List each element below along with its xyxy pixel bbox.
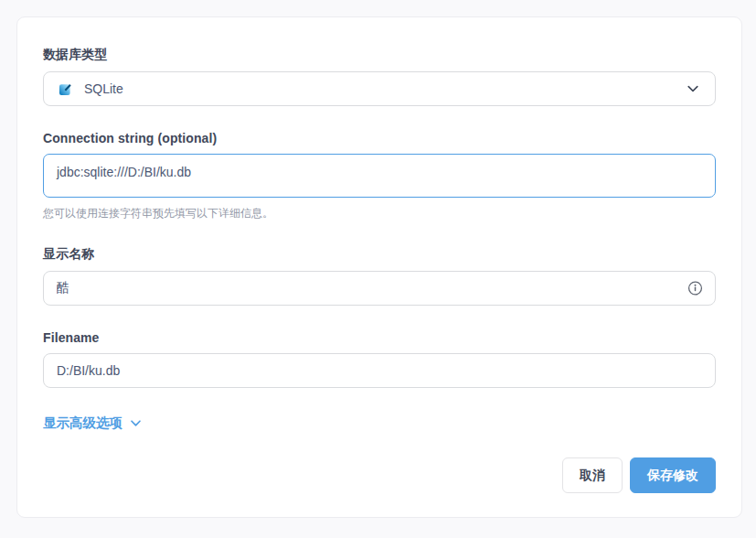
connection-string-input[interactable]: jdbc:sqlite:///D:/BI/ku.db <box>43 154 716 198</box>
form-footer: 取消 保存修改 <box>562 457 716 493</box>
save-changes-button[interactable]: 保存修改 <box>630 457 716 493</box>
filename-label: Filename <box>43 330 716 345</box>
database-type-label: 数据库类型 <box>43 47 716 63</box>
display-name-label: 显示名称 <box>43 246 716 263</box>
filename-input[interactable] <box>43 353 716 388</box>
show-advanced-options-label: 显示高级选项 <box>43 414 122 432</box>
connection-string-helper-text: 您可以使用连接字符串预先填写以下详细信息。 <box>43 206 716 221</box>
database-settings-card: 数据库类型 SQLite <box>16 16 742 518</box>
chevron-down-icon <box>129 416 143 430</box>
database-type-selected-value: SQLite <box>84 81 686 96</box>
display-name-group: 显示名称 <box>43 246 716 306</box>
chevron-down-icon <box>686 81 700 96</box>
connection-string-group: Connection string (optional) jdbc:sqlite… <box>43 131 716 221</box>
connection-string-label: Connection string (optional) <box>43 131 716 145</box>
display-name-input-wrap <box>43 271 716 306</box>
info-icon[interactable] <box>687 281 703 296</box>
cancel-button[interactable]: 取消 <box>562 457 623 493</box>
database-type-select[interactable]: SQLite <box>43 71 716 106</box>
filename-group: Filename <box>43 330 716 388</box>
display-name-input[interactable] <box>43 271 716 306</box>
database-type-group: 数据库类型 SQLite <box>43 47 716 106</box>
sqlite-icon <box>59 82 72 96</box>
show-advanced-options-toggle[interactable]: 显示高级选项 <box>43 414 143 432</box>
